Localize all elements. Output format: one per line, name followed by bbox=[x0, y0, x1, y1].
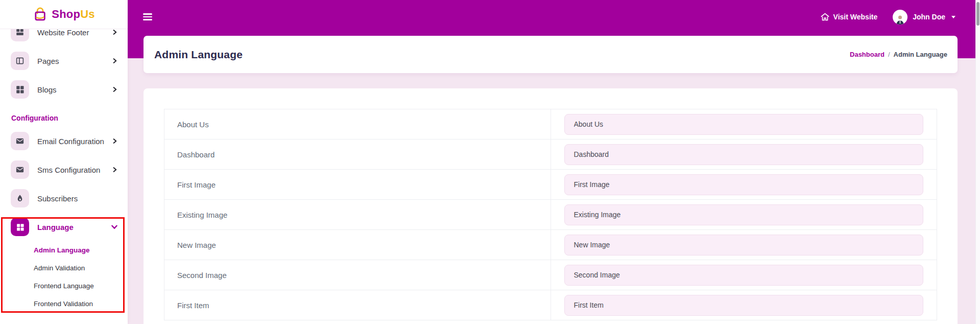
table-row: About Us bbox=[164, 109, 937, 140]
grid-icon bbox=[16, 223, 25, 232]
breadcrumb-dashboard-link[interactable]: Dashboard bbox=[850, 51, 885, 58]
translation-key-label: New Image bbox=[164, 230, 551, 260]
sidebar-item-email-configuration[interactable]: Email Configuration bbox=[0, 127, 128, 155]
chevron-down-icon bbox=[111, 224, 117, 230]
main-area: Visit Website John Doe Admin Languag bbox=[128, 0, 980, 324]
submenu-item-frontend-validation[interactable]: Frontend Validation bbox=[0, 295, 128, 313]
visit-website-link[interactable]: Visit Website bbox=[821, 13, 878, 21]
sidebar-item-language[interactable]: Language bbox=[0, 213, 128, 241]
sidebar-item-label: Website Footer bbox=[37, 28, 89, 37]
sidebar-item-subscribers[interactable]: Subscribers bbox=[0, 184, 128, 213]
user-menu[interactable]: John Doe bbox=[893, 10, 955, 25]
sidebar-item-pages[interactable]: Pages bbox=[0, 47, 128, 75]
chevron-right-icon bbox=[112, 87, 117, 92]
page-title: Admin Language bbox=[154, 49, 243, 61]
sidebar-item-label: Pages bbox=[37, 57, 59, 65]
translation-input[interactable] bbox=[564, 295, 924, 316]
sidebar-item-label: Language bbox=[37, 223, 74, 232]
sidebar-nav: Website Footer Pages bbox=[0, 18, 128, 313]
translation-input[interactable] bbox=[564, 235, 924, 256]
translation-input[interactable] bbox=[564, 265, 924, 286]
brand-logo[interactable]: ShopUs bbox=[0, 0, 128, 29]
table-row: Second Image bbox=[164, 260, 937, 290]
grid-icon bbox=[15, 85, 25, 94]
avatar bbox=[893, 10, 907, 25]
translation-key-label: First Image bbox=[164, 170, 551, 200]
shopping-bag-icon bbox=[33, 7, 48, 22]
translation-key-label: Second Image bbox=[164, 260, 551, 290]
home-icon bbox=[821, 13, 829, 21]
vertical-scrollbar[interactable] bbox=[975, 0, 980, 324]
language-keys-table: About Us Dashboard First Image Existing … bbox=[164, 109, 937, 320]
translation-input[interactable] bbox=[564, 114, 924, 135]
columns-icon bbox=[15, 56, 25, 65]
translation-input[interactable] bbox=[564, 204, 924, 225]
sidebar-item-label: Sms Configuration bbox=[37, 166, 100, 174]
flame-icon bbox=[16, 194, 24, 202]
menu-icon[interactable] bbox=[143, 13, 152, 20]
chevron-right-icon bbox=[112, 58, 117, 63]
breadcrumb-separator: / bbox=[888, 51, 890, 58]
translation-key-label: First Item bbox=[164, 290, 551, 320]
content-card: About Us Dashboard First Image Existing … bbox=[144, 88, 958, 324]
table-row: First Image bbox=[164, 170, 937, 200]
submenu-item-admin-language[interactable]: Admin Language bbox=[0, 241, 128, 259]
submenu-item-frontend-language[interactable]: Frontend Language bbox=[0, 277, 128, 295]
breadcrumb: Dashboard / Admin Language bbox=[850, 51, 947, 58]
table-row: New Image bbox=[164, 230, 937, 260]
visit-website-label: Visit Website bbox=[833, 13, 878, 21]
table-row: Dashboard bbox=[164, 140, 937, 170]
translation-input[interactable] bbox=[564, 174, 924, 195]
translation-key-label: About Us bbox=[164, 109, 551, 140]
topbar: Visit Website John Doe bbox=[128, 0, 980, 34]
caret-down-icon bbox=[951, 16, 955, 18]
table-row: Existing Image bbox=[164, 200, 937, 230]
sidebar: ShopUs Website Footer bbox=[0, 0, 128, 324]
brand-name: ShopUs bbox=[52, 8, 94, 21]
user-name: John Doe bbox=[913, 13, 945, 21]
sidebar-item-label: Blogs bbox=[37, 85, 57, 94]
sidebar-section-configuration: Configuration bbox=[11, 114, 128, 123]
language-submenu: Admin Language Admin Validation Frontend… bbox=[0, 241, 128, 313]
scrollbar-thumb[interactable] bbox=[976, 2, 979, 26]
breadcrumb-current: Admin Language bbox=[894, 51, 947, 58]
sidebar-item-label: Subscribers bbox=[37, 194, 78, 203]
table-row: First Item bbox=[164, 290, 937, 320]
envelope-icon bbox=[15, 136, 25, 146]
chevron-right-icon bbox=[112, 167, 117, 172]
envelope-icon bbox=[15, 165, 25, 174]
translation-key-label: Dashboard bbox=[164, 140, 551, 170]
translation-input[interactable] bbox=[564, 144, 924, 165]
sidebar-item-label: Email Configuration bbox=[37, 137, 104, 146]
sidebar-item-sms-configuration[interactable]: Sms Configuration bbox=[0, 155, 128, 184]
chevron-right-icon bbox=[112, 30, 117, 35]
translation-key-label: Existing Image bbox=[164, 200, 551, 230]
submenu-item-admin-validation[interactable]: Admin Validation bbox=[0, 259, 128, 277]
sidebar-item-blogs[interactable]: Blogs bbox=[0, 75, 128, 104]
chevron-right-icon bbox=[112, 138, 117, 144]
page-header-card: Admin Language Dashboard / Admin Languag… bbox=[144, 36, 958, 73]
